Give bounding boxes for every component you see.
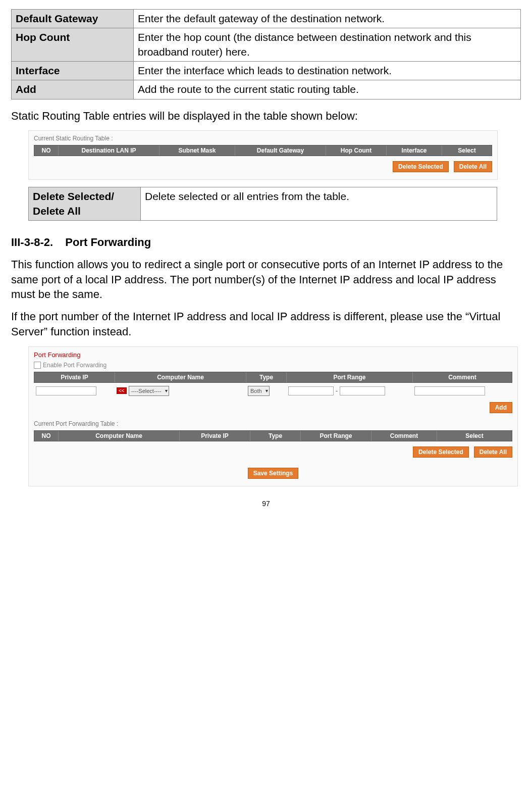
delete-all-button[interactable]: Delete All [474,446,512,458]
paragraph: This function allows you to redirect a s… [11,257,521,302]
computer-name-select[interactable]: ----Select---- [129,386,169,396]
delete-selected-button[interactable]: Delete Selected [393,161,449,172]
row-label: Default Gateway [12,10,134,28]
port-forwarding-panel: Port Forwarding Enable Port Forwarding P… [28,346,518,486]
page-number: 97 [11,500,521,508]
table-row: Delete Selected/ Delete All Delete selec… [29,187,497,221]
row-label: Interface [12,62,134,80]
row-desc: Delete selected or all entries from the … [141,187,497,221]
col-port-range: Port Range [287,372,413,382]
static-routing-panel: Current Static Routing Table : NO Destin… [28,130,498,180]
section-number: III-3-8-2. [11,236,53,249]
delete-all-button[interactable]: Delete All [454,161,492,172]
col-comment: Comment [371,431,437,441]
col-type: Type [250,431,301,441]
port-range-end-input[interactable] [340,386,385,395]
definitions-table-2: Delete Selected/ Delete All Delete selec… [28,187,497,221]
col-type: Type [246,372,287,382]
table-row: Hop Count Enter the hop count (the dista… [12,28,521,62]
row-desc: Enter the hop count (the distance betwee… [134,28,521,62]
col-dest-lan-ip: Destination LAN IP [59,145,159,156]
row-label: Add [12,80,134,99]
section-heading: III-3-8-2. Port Forwarding [11,236,521,249]
col-hop-count: Hop Count [326,145,387,156]
row-label: Delete Selected/ Delete All [29,187,141,221]
row-desc: Enter the interface which leads to desti… [134,62,521,80]
col-interface: Interface [387,145,442,156]
section-title-text: Port Forwarding [65,236,151,249]
save-settings-button[interactable]: Save Settings [248,468,299,479]
panel-subtitle: Current Static Routing Table : [34,135,492,142]
panel-title: Port Forwarding [34,351,512,359]
col-private-ip: Private IP [180,431,250,441]
enable-port-forwarding-row: Enable Port Forwarding [34,362,512,369]
port-forwarding-input-header: Private IP Computer Name Type Port Range… [34,372,512,383]
col-select: Select [437,431,512,441]
col-computer-name: Computer Name [115,372,246,382]
col-comment: Comment [413,372,512,382]
row-desc: Enter the default gateway of the destina… [134,10,521,28]
port-forwarding-input-row: << ----Select---- Both - [34,385,512,397]
row-label: Hop Count [12,28,134,62]
enable-label: Enable Port Forwarding [43,362,107,369]
table-row: Interface Enter the interface which lead… [12,62,521,80]
type-select[interactable]: Both [248,386,270,396]
col-no: NO [34,145,59,156]
col-port-range: Port Range [301,431,371,441]
paragraph: If the port number of the Internet IP ad… [11,309,521,339]
range-dash: - [336,387,338,394]
col-computer-name: Computer Name [59,431,180,441]
delete-selected-button[interactable]: Delete Selected [413,446,469,458]
col-select: Select [442,145,492,156]
enable-checkbox[interactable] [34,362,41,369]
add-button[interactable]: Add [490,402,512,413]
port-range-start-input[interactable] [288,386,334,395]
paragraph: Static Routing Table entries will be dis… [11,109,521,124]
port-forwarding-table-header: NO Computer Name Private IP Type Port Ra… [34,430,512,441]
comment-input[interactable] [414,386,485,395]
definitions-table-1: Default Gateway Enter the default gatewa… [11,9,521,100]
col-subnet-mask: Subnet Mask [159,145,235,156]
private-ip-input[interactable] [36,386,96,395]
table-row: Add Add the route to the current static … [12,80,521,99]
table-row: Default Gateway Enter the default gatewa… [12,10,521,28]
col-default-gateway: Default Gateway [235,145,326,156]
row-desc: Add the route to the current static rout… [134,80,521,99]
col-no: NO [34,431,59,441]
routing-table-header: NO Destination LAN IP Subnet Mask Defaul… [34,145,492,156]
col-private-ip: Private IP [34,372,115,382]
assign-icon[interactable]: << [117,387,127,394]
panel-subtitle: Current Port Forwarding Table : [34,420,512,427]
